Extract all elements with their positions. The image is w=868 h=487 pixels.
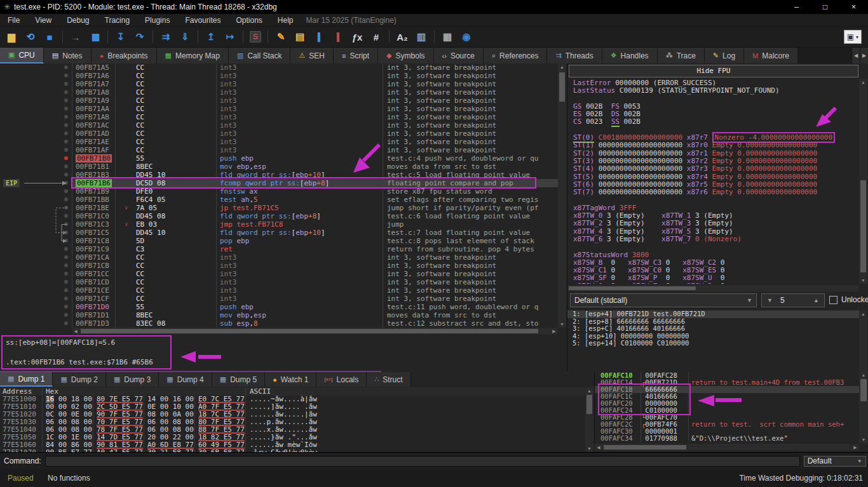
fpu-registers-view[interactable]: LastError 00000000 (ERROR_SUCCESS)LastSt… [573, 79, 853, 284]
argument-count-spinner[interactable]: ▼ 5 ▲ [761, 293, 825, 307]
tab-symbols[interactable]: ◆Symbols [378, 48, 433, 63]
register-line[interactable]: x87StatusWord 3800 [573, 251, 853, 258]
breakpoint-gutter[interactable] [0, 113, 72, 121]
scroll-up-arrow[interactable]: ▲ [859, 79, 867, 86]
scroll-left-arrow[interactable]: ◀ [72, 328, 79, 335]
breakpoint-gutter[interactable] [0, 262, 72, 270]
disasm-row[interactable]: 00FB71A7CCint3int 3, software breakpoint [0, 80, 558, 88]
register-line[interactable]: ST(4) 00000000000000000000 x87r3 Empty 0… [573, 164, 853, 172]
register-line[interactable]: x87SW_O 0 x87SW_Z 0 x87SW_D 0 [573, 282, 853, 284]
breakpoint-gutter[interactable] [0, 220, 72, 229]
registers-horizontal-scrollbar[interactable] [567, 285, 859, 291]
register-line[interactable] [573, 95, 853, 102]
scroll-right-arrow[interactable]: ▶ [550, 328, 558, 335]
tab-dump-1[interactable]: ▦Dump 1 [0, 372, 53, 387]
breakpoint-gutter[interactable] [0, 105, 72, 113]
gutter-dot-icon[interactable] [64, 74, 68, 77]
gutter-dot-icon[interactable] [64, 107, 68, 110]
stop-icon[interactable]: ■ [43, 30, 56, 43]
breakpoint-gutter[interactable] [0, 286, 72, 295]
step-out-icon[interactable]: ⇓ [179, 30, 191, 43]
label-icon[interactable]: ∥ [313, 30, 325, 43]
disasm-row[interactable]: 00FB71B6DC5D 08fcomp qword ptr ss:[ebp+8… [0, 179, 558, 187]
register-line[interactable]: ST(2) 00000000000000000000 x87r1 Empty 0… [573, 149, 853, 157]
scroll-thumb[interactable] [559, 72, 565, 102]
run-until-return-icon[interactable]: ↥ [205, 30, 217, 43]
maximize-button[interactable]: □ [811, 0, 839, 14]
disasm-row[interactable]: 00FB71BE∨7A 05jp test.FB71C5jump short i… [0, 204, 558, 212]
menu-tracing[interactable]: Tracing [97, 14, 138, 27]
gutter-dot-icon[interactable] [64, 255, 68, 259]
gutter-dot-icon[interactable] [64, 206, 68, 210]
disasm-row[interactable]: 00FB71ADCCint3int 3, software breakpoint [0, 130, 558, 138]
disasm-row[interactable]: 00FB71B9DFE0fnstsw axstore x87 fpu statu… [0, 187, 558, 196]
gutter-dot-icon[interactable] [64, 214, 68, 218]
breakpoint-gutter[interactable] [0, 212, 72, 220]
gutter-dot-icon[interactable] [64, 297, 68, 300]
unlocked-checkbox[interactable] [829, 296, 837, 304]
call-argument-row[interactable]: 1: [esp+4] 00FB721D test.00FB721D [567, 310, 859, 318]
disasm-row[interactable]: 00FB71AECCint3int 3, software breakpoint [0, 138, 558, 146]
menu-options[interactable]: Options [228, 14, 269, 27]
gutter-dot-icon[interactable] [64, 222, 68, 226]
tab-dump-2[interactable]: ▦Dump 2 [53, 372, 105, 387]
breakpoint-gutter[interactable] [0, 319, 72, 328]
stack-row[interactable]: 00FAFC1C 40166666 [595, 393, 859, 400]
disasm-row[interactable]: 00FB71CECCint3int 3, software breakpoint [0, 286, 558, 295]
register-line[interactable]: GS 002B FS 0053 [573, 102, 853, 110]
tab-dump-4[interactable]: ▦Dump 4 [159, 372, 212, 387]
tab-trace[interactable]: ⁂Trace [658, 48, 705, 63]
hex-dump-view[interactable]: 77E5100016 00 18 0080 7E E5 7714 00 16 0… [0, 396, 585, 452]
pause-icon[interactable]: ▮▮ [88, 30, 101, 43]
breakpoint-gutter[interactable] [0, 196, 72, 204]
breakpoint-gutter[interactable] [0, 146, 72, 154]
gutter-dot-icon[interactable] [64, 197, 68, 201]
disasm-row[interactable]: 00FB71CACCint3int 3, software breakpoint [0, 253, 558, 262]
gutter-dot-icon[interactable] [64, 148, 68, 152]
modify-value-icon[interactable]: ▥ [415, 30, 428, 43]
breakpoint-gutter[interactable] [0, 187, 72, 196]
gutter-dot-icon[interactable] [64, 65, 68, 69]
breakpoint-gutter[interactable] [0, 88, 72, 97]
step-into-icon[interactable]: ↧ [114, 30, 127, 43]
disasm-row[interactable]: 00FB71ACCCint3int 3, software breakpoint [0, 121, 558, 130]
call-argument-row[interactable]: 5: [esp+14] C0100000 C0100000 [567, 340, 859, 347]
gutter-dot-icon[interactable] [64, 288, 68, 292]
calculator-icon[interactable]: ▦ [441, 30, 454, 43]
disasm-row[interactable]: 00FB71D055push ebptest.c:11 push word, d… [0, 303, 558, 311]
disasm-row[interactable]: 00FB71B3DD45 10fld qword ptr ss:[ebp+10]… [0, 171, 558, 179]
stack-row[interactable]: 00FAFC30 00000001 [595, 428, 859, 435]
tab-scroll-right-button[interactable]: ▶ [860, 48, 868, 63]
disasm-row[interactable]: 00FB71A6CCint3int 3, software breakpoint [0, 72, 558, 80]
tab-watch-1[interactable]: ●Watch 1 [265, 372, 316, 387]
step-into-source-icon[interactable]: ↦ [224, 30, 236, 43]
scroll-up-arrow[interactable]: ▲ [585, 387, 593, 394]
disasm-row[interactable]: 00FB71CBCCint3int 3, software breakpoint [0, 262, 558, 270]
gutter-dot-icon[interactable] [64, 264, 68, 267]
stack-row[interactable]: 00FAFC20 00000000 [595, 400, 859, 407]
tab-malcore[interactable]: MMalcore [744, 48, 798, 63]
tab-struct[interactable]: ∴Struct [367, 372, 410, 387]
register-line[interactable]: x87SW_C1 0 x87SW_C0 0 x87SW_ES 0 [573, 266, 853, 274]
stack-row[interactable]: 00FAFC10 00FAFC28 [595, 372, 859, 379]
register-line[interactable]: x87TW_4 3 (Empty) x87TW_5 3 (Empty) [573, 227, 853, 235]
register-line[interactable]: CS 0023 SS 002B [573, 117, 853, 125]
tab-dump-3[interactable]: ▦Dump 3 [106, 372, 159, 387]
disasm-row[interactable]: 00FB71AFCCint3int 3, software breakpoint [0, 146, 558, 154]
breakpoint-gutter[interactable] [0, 63, 72, 72]
stack-row[interactable]: 00FAFC24 C0100000 [595, 407, 859, 414]
patch-icon[interactable]: ✎ [275, 30, 287, 43]
register-line[interactable]: ST(7) 00000000000000000000 x87r6 Empty 0… [573, 188, 853, 196]
clipboard-dropdown-button[interactable]: ▣ ▾ [844, 30, 862, 44]
stack-row[interactable]: 00FAFC28└00FAFC70 [595, 414, 859, 421]
open-folder-icon[interactable]: ▆ [5, 30, 18, 43]
register-line[interactable]: LastError 00000000 (ERROR_SUCCESS) [573, 79, 853, 86]
call-argument-row[interactable]: 3: [esp+C] 40166666 40166666 [567, 325, 859, 333]
scroll-thumb[interactable] [587, 395, 592, 414]
register-line[interactable]: ST(3) 00000000000000000000 x87r2 Empty 0… [573, 157, 853, 164]
register-line[interactable]: x87SW_SF 0 x87SW_P 0 x87SW_U 0 [573, 274, 853, 281]
register-line[interactable]: ST(6) 00000000000000000000 x87r5 Empty 0… [573, 180, 853, 188]
gutter-dot-icon[interactable] [64, 140, 68, 143]
tab-dump-5[interactable]: ▦Dump 5 [212, 372, 265, 387]
gutter-dot-icon[interactable] [64, 239, 68, 243]
